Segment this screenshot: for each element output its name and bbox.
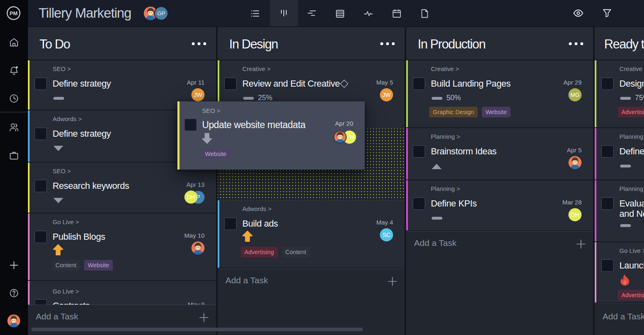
svg-text:PM: PM (9, 10, 18, 16)
